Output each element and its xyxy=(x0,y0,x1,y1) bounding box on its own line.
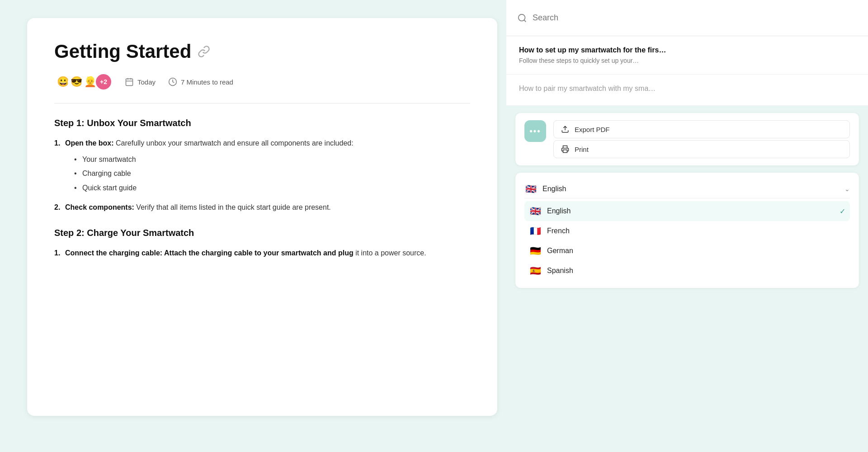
list-item: 1. Connect the charging cable: Attach th… xyxy=(54,247,470,259)
doc-meta: 😀 😎 👱 +2 Today 7 Minutes xyxy=(54,73,470,90)
language-option-french[interactable]: 🇫🇷 French xyxy=(524,221,850,241)
language-dropdown: 🇬🇧 English ✓ 🇫🇷 French 🇩🇪 German 🇪🇸 Span… xyxy=(524,201,850,281)
svg-line-6 xyxy=(524,20,526,22)
step2-heading: Step 2: Charge Your Smartwatch xyxy=(54,228,470,238)
export-pdf-button[interactable]: Export PDF xyxy=(553,120,850,138)
item-label: Open the box: xyxy=(65,139,114,147)
read-time-meta: 7 Minutes to read xyxy=(168,77,233,86)
lang-label-spanish: Spanish xyxy=(547,267,573,275)
avatar-count: +2 xyxy=(95,73,112,90)
article-title-1: How to set up my smartwatch for the firs… xyxy=(519,46,855,54)
print-icon xyxy=(561,145,569,153)
item-num: 1. xyxy=(54,247,60,259)
flag-english: 🇬🇧 xyxy=(529,207,542,216)
step2-list: 1. Connect the charging cable: Attach th… xyxy=(54,247,470,259)
item-label: Connect the charging cable: Attach the c… xyxy=(65,249,354,257)
calendar-icon xyxy=(125,77,134,86)
actions-card: ••• Export PDF Pr xyxy=(515,113,859,165)
check-icon: ✓ xyxy=(840,207,845,216)
document-card: Getting Started 😀 😎 👱 +2 Today xyxy=(27,18,497,416)
search-icon xyxy=(517,13,527,23)
flag-spanish: 🇪🇸 xyxy=(529,266,542,275)
actions-menu: Export PDF Print xyxy=(553,120,850,158)
svg-rect-0 xyxy=(126,79,133,85)
print-label: Print xyxy=(575,146,589,153)
article-item-1[interactable]: How to set up my smartwatch for the firs… xyxy=(506,36,868,75)
chevron-down-icon: ⌄ xyxy=(844,185,850,193)
print-button[interactable]: Print xyxy=(553,140,850,158)
language-option-german[interactable]: 🇩🇪 German xyxy=(524,241,850,261)
export-pdf-label: Export PDF xyxy=(575,126,610,133)
language-option-spanish[interactable]: 🇪🇸 Spanish xyxy=(524,261,850,281)
selected-language-label: English xyxy=(542,185,566,193)
list-item: Charging cable xyxy=(74,168,470,179)
item-label: Check components: xyxy=(65,203,134,211)
date-label: Today xyxy=(137,78,156,86)
flag-french: 🇫🇷 xyxy=(529,226,542,235)
actions-dot-button[interactable]: ••• xyxy=(524,120,546,142)
list-item: 2. Check components: Verify that all ite… xyxy=(54,202,470,213)
svg-rect-8 xyxy=(563,150,567,153)
language-card: 🇬🇧 English ⌄ 🇬🇧 English ✓ 🇫🇷 French 🇩🇪 xyxy=(515,173,859,288)
export-icon xyxy=(561,125,569,133)
main-content: Getting Started 😀 😎 👱 +2 Today xyxy=(0,0,506,452)
item-num: 1. xyxy=(54,137,60,149)
step1-heading: Step 1: Unbox Your Smartwatch xyxy=(54,118,470,128)
list-item: 1. Open the box: Carefully unbox your sm… xyxy=(54,137,470,193)
dot-menu-icon: ••• xyxy=(530,127,541,136)
item-num: 2. xyxy=(54,202,60,213)
link-icon[interactable] xyxy=(198,45,210,58)
language-selector-main[interactable]: 🇬🇧 English ⌄ xyxy=(524,180,850,198)
lang-selected-display: 🇬🇧 English xyxy=(524,184,566,193)
step1-list: 1. Open the box: Carefully unbox your sm… xyxy=(54,137,470,213)
lang-label-german: German xyxy=(547,247,573,255)
page-title: Getting Started xyxy=(54,41,470,62)
avatars-group: 😀 😎 👱 +2 xyxy=(54,73,112,90)
article-item-2[interactable]: How to pair my smartwatch with my sma… xyxy=(506,75,868,106)
bullet-list: Your smartwatch Charging cable Quick sta… xyxy=(65,154,470,194)
selected-flag: 🇬🇧 xyxy=(524,184,537,193)
sidebar: How to set up my smartwatch for the firs… xyxy=(506,0,868,452)
svg-point-5 xyxy=(519,14,525,21)
flag-german: 🇩🇪 xyxy=(529,246,542,255)
date-meta: Today xyxy=(125,77,156,86)
divider xyxy=(54,103,470,104)
search-bar[interactable] xyxy=(506,0,868,36)
article-title-2: How to pair my smartwatch with my sma… xyxy=(519,85,855,93)
search-input[interactable] xyxy=(533,13,857,23)
language-option-english[interactable]: 🇬🇧 English ✓ xyxy=(524,201,850,221)
clock-icon xyxy=(168,77,177,86)
article-subtitle-1: Follow these steps to quickly set up you… xyxy=(519,57,855,64)
list-item: Your smartwatch xyxy=(74,154,470,165)
title-text: Getting Started xyxy=(54,41,191,62)
lang-label-english: English xyxy=(547,207,571,215)
sidebar-scroll: How to set up my smartwatch for the firs… xyxy=(506,36,868,452)
lang-label-french: French xyxy=(547,227,570,235)
list-item: Quick start guide xyxy=(74,182,470,194)
articles-panel: How to set up my smartwatch for the firs… xyxy=(506,36,868,106)
read-time-label: 7 Minutes to read xyxy=(181,78,233,86)
